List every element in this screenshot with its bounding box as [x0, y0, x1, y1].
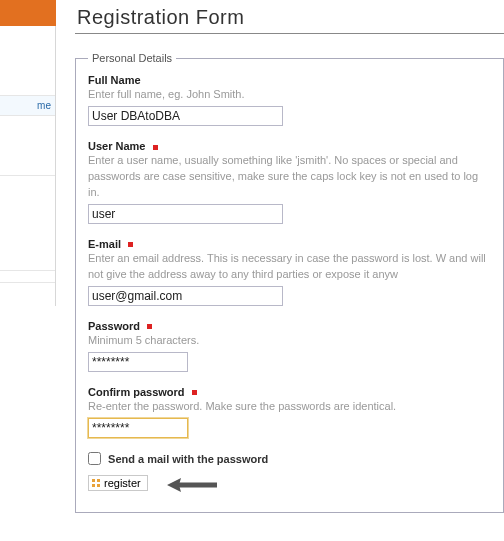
sidebar-item-me[interactable]: me — [0, 95, 55, 116]
field-confirm-password: Confirm password Re-enter the password. … — [88, 386, 491, 438]
sidebar-separator — [0, 282, 55, 283]
username-hint: Enter a user name, usually something lik… — [88, 153, 491, 201]
required-indicator-icon — [192, 390, 197, 395]
main-content: Registration Form Personal Details Full … — [75, 0, 504, 513]
email-hint: Enter an email address. This is necessar… — [88, 251, 491, 283]
sidebar-separator — [0, 270, 55, 271]
send-mail-checkbox[interactable] — [88, 452, 101, 465]
username-input[interactable] — [88, 204, 283, 224]
page-title: Registration Form — [75, 0, 504, 34]
confirm-password-label: Confirm password — [88, 386, 185, 398]
fieldset-legend: Personal Details — [88, 52, 176, 64]
field-password: Password Minimum 5 characters. — [88, 320, 491, 372]
sidebar-item-label: me — [37, 100, 51, 111]
confirm-password-input[interactable] — [88, 418, 188, 438]
required-indicator-icon — [147, 324, 152, 329]
left-sidebar: me — [0, 0, 56, 541]
email-input[interactable] — [88, 286, 283, 306]
fullname-input[interactable] — [88, 106, 283, 126]
orange-header-bar — [0, 0, 56, 26]
username-label: User Name — [88, 140, 145, 152]
field-username: User Name Enter a user name, usually som… — [88, 140, 491, 224]
pointer-arrow-icon — [165, 476, 217, 494]
personal-details-fieldset: Personal Details Full Name Enter full na… — [75, 52, 504, 513]
field-email: E-mail Enter an email address. This is n… — [88, 238, 491, 306]
confirm-password-hint: Re-enter the password. Make sure the pas… — [88, 399, 491, 415]
sidebar-separator — [0, 175, 55, 176]
sidebar-divider — [55, 26, 56, 306]
register-button[interactable]: register — [88, 475, 148, 491]
send-mail-label[interactable]: Send a mail with the password — [108, 453, 268, 465]
password-hint: Minimum 5 characters. — [88, 333, 491, 349]
fullname-label: Full Name — [88, 74, 141, 86]
register-button-label: register — [104, 477, 141, 489]
required-indicator-icon — [128, 242, 133, 247]
password-label: Password — [88, 320, 140, 332]
register-icon — [92, 479, 101, 488]
email-label: E-mail — [88, 238, 121, 250]
required-indicator-icon — [153, 145, 158, 150]
field-fullname: Full Name Enter full name, eg. John Smit… — [88, 74, 491, 126]
send-mail-checkbox-row: Send a mail with the password — [88, 452, 491, 466]
fullname-hint: Enter full name, eg. John Smith. — [88, 87, 491, 103]
password-input[interactable] — [88, 352, 188, 372]
